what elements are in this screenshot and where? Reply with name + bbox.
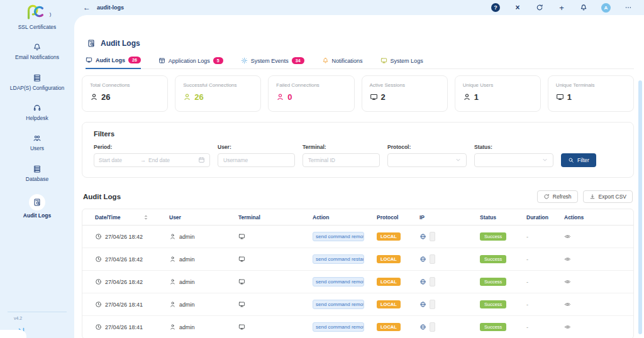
sidebar-item-users[interactable]: Users [30, 133, 44, 151]
tab-count-badge: 34 [292, 57, 304, 64]
view-details-eye-icon[interactable] [564, 301, 571, 308]
tab-audit-logs[interactable]: Audit Logs 26 [86, 57, 141, 69]
stat-total-connections: Total Connections 26 [82, 75, 168, 112]
sidebar-item-email-notifications[interactable]: Email Notifications [15, 42, 59, 60]
view-details-eye-icon[interactable] [564, 256, 571, 263]
refresh-icon[interactable] [535, 3, 544, 12]
filter-button[interactable]: Filter [561, 153, 596, 167]
monitor-icon [370, 93, 378, 101]
username-input[interactable] [218, 153, 295, 167]
refresh-icon [543, 194, 550, 200]
monitor-icon [238, 324, 245, 330]
start-date-input[interactable] [99, 157, 138, 163]
document-search-icon [87, 39, 96, 48]
tab-bar: Audit Logs 26 Application Logs 5 System … [86, 57, 634, 69]
person-icon [169, 256, 176, 263]
gear-icon [241, 57, 248, 64]
person-icon [169, 324, 176, 330]
person-icon [90, 93, 98, 101]
person-icon [169, 301, 176, 308]
help-icon[interactable]: ? [491, 3, 500, 12]
status-badge: Success [480, 323, 506, 331]
filters-heading: Filters [94, 130, 622, 138]
sidebar-item-database[interactable]: Database [26, 164, 48, 182]
avatar[interactable]: A [601, 3, 611, 13]
vertical-scrollbar[interactable] [638, 80, 642, 334]
protocol-badge: LOCAL [377, 232, 401, 241]
tab-notifications[interactable]: Notifications [322, 57, 363, 68]
action-badge: send command remote to agent c [313, 322, 364, 332]
range-arrow-icon: → [140, 157, 146, 163]
search-icon [568, 157, 574, 163]
monitor-icon [86, 57, 92, 63]
download-icon [589, 194, 596, 200]
view-details-eye-icon[interactable] [564, 233, 571, 240]
page-title-row: Audit Logs [87, 39, 634, 48]
globe-icon [419, 301, 426, 308]
calendar-icon[interactable] [198, 155, 205, 166]
monitor-icon [238, 301, 245, 308]
person-icon [169, 233, 176, 240]
end-date-input[interactable] [148, 157, 187, 163]
tab-system-logs[interactable]: System Logs [380, 57, 423, 68]
action-badge: send command remote to agent c [313, 300, 364, 309]
status-badge: Success [480, 300, 506, 308]
ip-placeholder [430, 277, 435, 286]
stat-cards: Total Connections 26 Successful Connecti… [82, 75, 634, 112]
terminal-field: Terminal: [303, 144, 380, 167]
protocol-select[interactable] [387, 153, 467, 167]
tab-count-badge: 26 [128, 57, 141, 63]
more-options-icon[interactable] [624, 3, 633, 12]
action-badge: send command restart to agent c [313, 254, 364, 264]
bell-icon [322, 57, 329, 64]
add-icon[interactable]: + [557, 3, 566, 12]
protocol-field: Protocol: [387, 144, 467, 167]
ip-placeholder [430, 322, 435, 332]
clock-icon [95, 256, 102, 263]
close-icon[interactable]: × [513, 3, 522, 12]
sort-icon[interactable] [143, 214, 148, 221]
status-select[interactable] [474, 153, 553, 167]
back-arrow-icon[interactable]: ← [83, 3, 91, 12]
stat-unique-users: Unique Users 1 [455, 75, 541, 112]
status-badge: Success [480, 278, 506, 286]
app-window-icon [158, 57, 165, 64]
divider [8, 312, 67, 312]
terminal-id-input[interactable] [303, 153, 380, 167]
status-badge: Success [480, 255, 506, 263]
clock-icon [95, 301, 102, 308]
refresh-button[interactable]: Refresh [537, 190, 578, 203]
sidebar-item-helpdesk[interactable]: Helpdesk [26, 103, 48, 121]
sidebar-item-ldap-configuration[interactable]: LDAP(S) Configuration [10, 73, 64, 91]
clock-icon [95, 278, 102, 285]
export-csv-button[interactable]: Export CSV [583, 190, 633, 203]
version-label: v4.2 [14, 316, 74, 320]
tab-system-events[interactable]: System Events 34 [241, 57, 304, 68]
app-window: ) SSL Certificates Email Notifications L… [0, 0, 644, 338]
date-range-input[interactable]: → [94, 153, 210, 167]
action-badge: send command remote to agent c [313, 277, 364, 286]
table-row: 27/04/26 18:42 admin send command remote… [82, 271, 633, 293]
users-icon [32, 133, 42, 143]
sidebar: ) SSL Certificates Email Notifications L… [0, 0, 74, 338]
ip-placeholder [430, 232, 435, 241]
tab-count-badge: 5 [213, 57, 223, 64]
sidebar-item-ssl-certificates[interactable]: SSL Certificates [18, 25, 57, 30]
notifications-bell-icon[interactable] [579, 3, 588, 12]
document-search-icon [29, 194, 45, 210]
stat-unique-terminals: Unique Terminals 1 [548, 75, 634, 112]
bell-icon [32, 42, 42, 52]
protocol-badge: LOCAL [377, 278, 401, 286]
protocol-badge: LOCAL [377, 300, 401, 308]
view-details-eye-icon[interactable] [564, 278, 571, 285]
protocol-badge: LOCAL [377, 323, 401, 331]
clock-icon [95, 324, 102, 330]
tab-application-logs[interactable]: Application Logs 5 [158, 57, 223, 68]
view-details-eye-icon[interactable] [564, 324, 571, 330]
person-icon [183, 93, 191, 101]
brand-logo-suffix: ) [50, 11, 52, 19]
main-content: Audit Logs Audit Logs 26 Application Log… [74, 15, 644, 338]
sidebar-item-audit-logs[interactable]: Audit Logs [23, 194, 51, 219]
action-badge: send command remote to agent c [313, 232, 364, 241]
sidebar-notch [0, 330, 26, 338]
